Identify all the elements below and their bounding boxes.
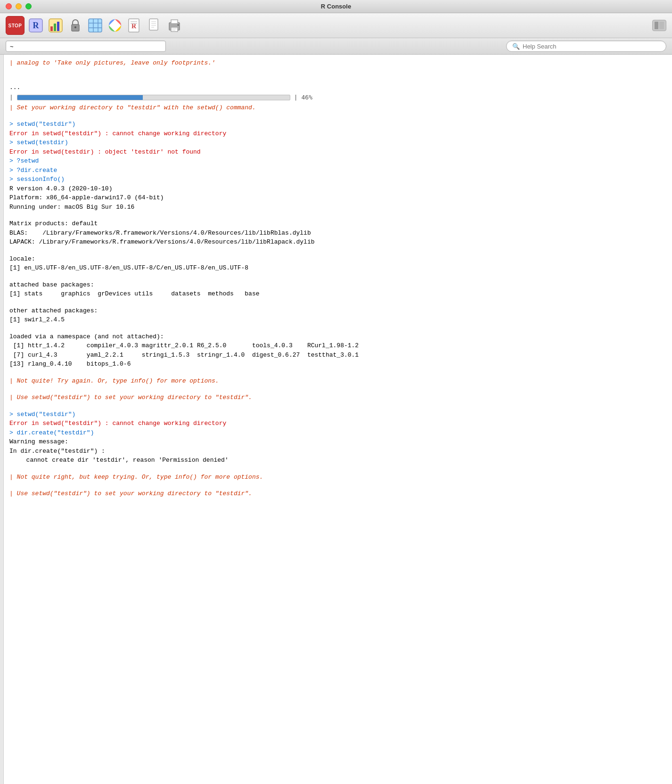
blank-line — [9, 68, 664, 75]
console-line: BLAS: /Library/Frameworks/R.framework/Ve… — [9, 229, 664, 238]
console-line: [13] rlang_0.4.10 bitops_1.0-6 — [9, 359, 664, 369]
console-line: > sessionInfo() — [9, 175, 664, 184]
blank-line — [9, 465, 664, 473]
grid-button[interactable] — [87, 17, 104, 34]
console-line: > ?setwd — [9, 156, 664, 166]
svg-point-7 — [74, 26, 76, 28]
console-line: [1] en_US.UTF-8/en_US.UTF-8/en_US.UTF-8/… — [9, 263, 664, 273]
blank-line — [9, 247, 664, 254]
console-line: > setwd(testdir) — [9, 138, 664, 147]
console-line: other attached packages: — [9, 306, 664, 316]
console-line: Error in setwd(testdir) : object 'testdi… — [9, 147, 664, 157]
console-line: Platform: x86_64-apple-darwin17.0 (64-bi… — [9, 193, 664, 203]
console-line: In dir.create("testdir") : — [9, 447, 664, 456]
console-line: [1] swirl_2.4.5 — [9, 315, 664, 325]
svg-rect-19 — [149, 19, 158, 30]
print-button[interactable] — [166, 17, 183, 34]
blank-line — [9, 385, 664, 393]
sidebar-toggle-button[interactable] — [652, 20, 666, 31]
console-line: > setwd("testdir") — [9, 410, 664, 419]
blank-line — [9, 402, 664, 410]
console-line: | analog to 'Take only pictures, leave o… — [9, 58, 664, 68]
svg-rect-5 — [57, 22, 59, 31]
blank-line — [9, 212, 664, 219]
console-line: > setwd("testdir") — [9, 120, 664, 129]
console-line: Running under: macOS Big Sur 10.16 — [9, 203, 664, 212]
toolbar: STOP R — [0, 13, 672, 38]
console-line: [7] curl_4.3 yaml_2.2.1 stringi_1.5.3 st… — [9, 351, 664, 360]
stop-button[interactable]: STOP — [6, 16, 25, 35]
console-line: > ?dir.create — [9, 166, 664, 175]
console-line: Warning message: — [9, 437, 664, 447]
svg-point-14 — [113, 23, 117, 28]
rscript-button[interactable]: R — [126, 17, 143, 34]
console-wrapper: | analog to 'Take only pictures, leave o… — [0, 55, 672, 784]
console-line: | Use setwd("testdir") to set your worki… — [9, 393, 664, 402]
stop-label: STOP — [8, 23, 22, 28]
console-line: Error in setwd("testdir") : cannot chang… — [9, 129, 664, 139]
svg-rect-25 — [171, 20, 178, 24]
address-row: 🔍 — [0, 38, 672, 55]
svg-rect-30 — [655, 22, 658, 29]
svg-rect-4 — [54, 24, 56, 31]
progress-bar: || 46% — [9, 92, 664, 103]
blank-line — [9, 273, 664, 280]
console-line: ... — [9, 83, 664, 92]
console-line: | Not quite right, but keep trying. Or, … — [9, 473, 664, 482]
chart-button[interactable] — [47, 17, 64, 34]
file-button[interactable] — [146, 17, 163, 34]
blank-line — [9, 75, 664, 83]
r-icon-button[interactable]: R — [27, 17, 44, 34]
console-line: loaded via a namespace (and not attached… — [9, 332, 664, 342]
console-line: R version 4.0.3 (2020-10-10) — [9, 184, 664, 194]
search-icon: 🔍 — [512, 43, 520, 50]
svg-rect-8 — [89, 19, 102, 32]
svg-rect-31 — [659, 22, 664, 29]
resize-handle[interactable] — [0, 55, 4, 784]
console-content[interactable]: | analog to 'Take only pictures, leave o… — [4, 55, 672, 784]
address-input[interactable] — [6, 41, 166, 52]
maximize-button[interactable] — [25, 3, 32, 9]
blank-line — [9, 325, 664, 332]
svg-text:R: R — [33, 21, 40, 30]
console-line: | Use setwd("testdir") to set your worki… — [9, 489, 664, 498]
title-bar: R Console — [0, 0, 672, 13]
console-line: > dir.create("testdir") — [9, 428, 664, 438]
svg-rect-3 — [50, 26, 53, 31]
lock-button[interactable] — [67, 17, 84, 34]
search-input[interactable] — [523, 43, 660, 50]
window-controls[interactable] — [6, 3, 32, 9]
blank-line — [9, 482, 664, 489]
console-line: Error in setwd("testdir") : cannot chang… — [9, 419, 664, 428]
console-line: LAPACK: /Library/Frameworks/R.framework/… — [9, 237, 664, 247]
blank-line — [9, 299, 664, 306]
console-line: cannot create dir 'testdir', reason 'Per… — [9, 456, 664, 465]
close-button[interactable] — [6, 3, 12, 9]
blank-line — [9, 112, 664, 120]
console-line: Matrix products: default — [9, 219, 664, 229]
blank-line — [9, 369, 664, 376]
console-line: [1] stats graphics grDevices utils datas… — [9, 289, 664, 299]
console-line: attached base packages: — [9, 280, 664, 290]
console-line: | Set your working directory to "testdir… — [9, 103, 664, 113]
svg-point-29 — [178, 24, 179, 26]
window-title: R Console — [321, 3, 351, 10]
color-wheel-button[interactable] — [107, 17, 123, 34]
console-line: | Not quite! Try again. Or, type info() … — [9, 376, 664, 386]
svg-rect-26 — [171, 27, 178, 32]
console-line: locale: — [9, 254, 664, 264]
console-line: [1] httr_1.4.2 compiler_4.0.3 magrittr_2… — [9, 341, 664, 351]
minimize-button[interactable] — [16, 3, 22, 9]
search-box[interactable]: 🔍 — [506, 41, 666, 52]
